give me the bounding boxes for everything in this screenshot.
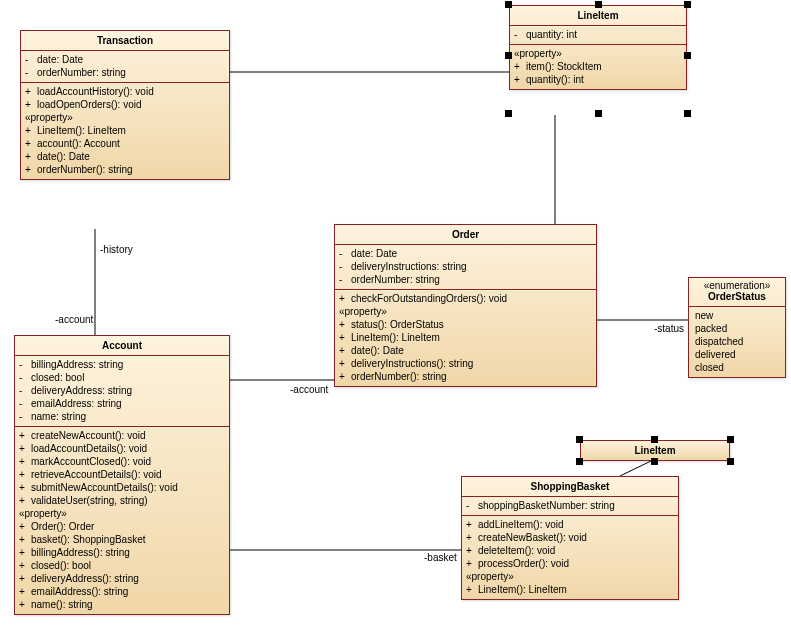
selection-handle[interactable] bbox=[684, 52, 691, 59]
selection-handle[interactable] bbox=[727, 436, 734, 443]
assoc-label-basket: -basket bbox=[424, 552, 457, 563]
class-title: Transaction bbox=[21, 31, 229, 51]
selection-handle[interactable] bbox=[727, 458, 734, 465]
operations: +loadAccountHistory(): void +loadOpenOrd… bbox=[21, 83, 229, 179]
selection-handle[interactable] bbox=[684, 110, 691, 117]
stereotype: «enumeration» bbox=[689, 278, 785, 291]
class-account[interactable]: Account -billingAddress: string -closed:… bbox=[14, 335, 230, 615]
selection-handle[interactable] bbox=[651, 458, 658, 465]
class-transaction[interactable]: Transaction -date: Date -orderNumber: st… bbox=[20, 30, 230, 180]
class-title: OrderStatus bbox=[689, 291, 785, 307]
class-title: LineItem bbox=[510, 6, 686, 26]
attributes: -date: Date -orderNumber: string bbox=[21, 51, 229, 83]
assoc-label-account-order: -account bbox=[290, 384, 328, 395]
assoc-label-history: -history bbox=[100, 244, 133, 255]
operations: +addLineItem(): void +createNewBasket():… bbox=[462, 516, 678, 599]
attributes: -billingAddress: string -closed: bool -d… bbox=[15, 356, 229, 427]
attributes: -quantity: int bbox=[510, 26, 686, 45]
svg-line-6 bbox=[620, 460, 653, 476]
class-title: Order bbox=[335, 225, 596, 245]
class-order[interactable]: Order -date: Date -deliveryInstructions:… bbox=[334, 224, 597, 387]
selection-handle[interactable] bbox=[595, 110, 602, 117]
selection-handle[interactable] bbox=[651, 436, 658, 443]
selection-handle[interactable] bbox=[576, 436, 583, 443]
operations: +checkForOutstandingOrders(): void «prop… bbox=[335, 290, 596, 386]
class-title: ShoppingBasket bbox=[462, 477, 678, 497]
uml-diagram-canvas[interactable]: { "classes": { "transaction": { "name": … bbox=[0, 0, 791, 631]
enum-values: new packed dispatched delivered closed bbox=[689, 307, 785, 377]
class-lineitem-top[interactable]: LineItem -quantity: int «property» +item… bbox=[509, 5, 687, 90]
attributes: -shoppingBasketNumber: string bbox=[462, 497, 678, 516]
class-title: Account bbox=[15, 336, 229, 356]
selection-handle[interactable] bbox=[576, 458, 583, 465]
selection-handle[interactable] bbox=[505, 1, 512, 8]
operations: +createNewAccount(): void +loadAccountDe… bbox=[15, 427, 229, 614]
operations: «property» +item(): StockItem +quantity(… bbox=[510, 45, 686, 89]
selection-handle[interactable] bbox=[684, 1, 691, 8]
class-shoppingbasket[interactable]: ShoppingBasket -shoppingBasketNumber: st… bbox=[461, 476, 679, 600]
selection-handle[interactable] bbox=[505, 110, 512, 117]
selection-handle[interactable] bbox=[505, 52, 512, 59]
selection-handle[interactable] bbox=[595, 1, 602, 8]
assoc-label-status: -status bbox=[654, 323, 684, 334]
attributes: -date: Date -deliveryInstructions: strin… bbox=[335, 245, 596, 290]
assoc-label-account: -account bbox=[55, 314, 93, 325]
class-orderstatus[interactable]: «enumeration» OrderStatus new packed dis… bbox=[688, 277, 786, 378]
